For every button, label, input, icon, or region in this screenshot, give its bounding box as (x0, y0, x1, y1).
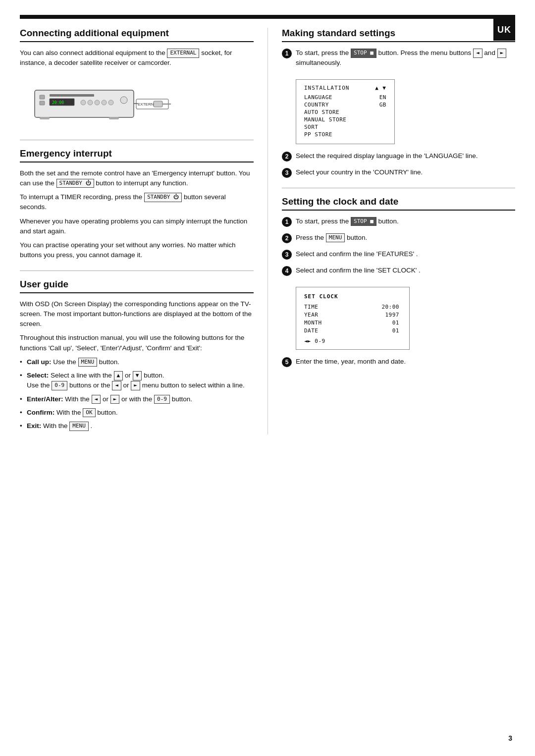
ok-btn: OK (83, 408, 95, 418)
svg-rect-16 (154, 101, 162, 107)
clock-step-num-2: 2 (282, 233, 292, 243)
svg-rect-3 (50, 94, 94, 97)
right-btn-1: ► (497, 49, 507, 58)
page-container: UK Connecting additional equipment You c… (0, 0, 535, 756)
set-clock-osd-box: SET CLOCK TIME20:00 YEAR1997 MONTH01 DAT… (296, 287, 410, 350)
left-column: Connecting additional equipment You can … (20, 28, 268, 434)
menu-btn-exit: MENU (69, 422, 89, 431)
osd-row-manualstore: MANUAL STORE (304, 116, 386, 123)
section-standard-title: Making standard settings (282, 28, 515, 42)
external-button-label: EXTERNAL (167, 49, 199, 58)
page-number: 3 (508, 734, 512, 742)
down-btn: ▼ (133, 371, 142, 380)
right-column: Making standard settings 1 To start, pre… (268, 28, 515, 434)
clock-step3: 3 Select and confirm the line 'FEATURES'… (282, 249, 515, 260)
clock-step4-content: Select and confirm the line 'SET CLOCK' … (296, 266, 515, 275)
clock-step1-content: To start, press the STOP ■ button. (296, 216, 515, 226)
standard-step3: 3 Select your country in the 'COUNTRY' l… (282, 167, 515, 178)
menu-btn-callup: MENU (78, 358, 98, 367)
userguide-para1: With OSD (On Screen Display) the corresp… (20, 299, 254, 329)
svg-rect-13 (109, 117, 119, 119)
right-btn-select: ► (131, 381, 140, 390)
btn-09-select: 0-9 (52, 381, 67, 390)
svg-point-8 (95, 100, 100, 105)
right-btn-enter: ► (110, 395, 120, 404)
divider-1 (20, 140, 254, 140)
clock-step-num-3: 3 (282, 250, 292, 260)
osd-row-autostore: AUTO STORE (304, 109, 386, 115)
section-clock-title: Setting the clock and date (282, 196, 515, 211)
svg-point-11 (120, 97, 127, 104)
standby-btn-1: STANDBY ⏻ (56, 179, 94, 188)
standard-step1-content: To start, press the STOP ■ button. Press… (296, 48, 515, 68)
svg-point-9 (102, 100, 107, 105)
sc-title: SET CLOCK (304, 293, 399, 300)
user-guide-bullets: Call up: Use the MENU button. Select: Se… (20, 357, 254, 432)
clock-step1: 1 To start, press the STOP ■ button. (282, 216, 515, 227)
top-bar (20, 15, 515, 19)
osd-row-language: LANGUAGEEN (304, 94, 386, 101)
step-num-3: 3 (282, 168, 292, 178)
osd-row-sort: SORT (304, 124, 386, 130)
osd-arrows: ▲ ▼ (375, 85, 386, 91)
standby-btn-2: STANDBY ⏻ (144, 193, 182, 202)
bullet-callup: Call up: Use the MENU button. (20, 357, 254, 367)
emergency-para1: Both the set and the remote control have… (20, 168, 254, 189)
clock-step-num-4: 4 (282, 266, 292, 276)
emergency-para3: Whenever you have operating problems you… (20, 216, 254, 237)
stop-btn-2: STOP ■ (351, 217, 376, 226)
menu-btn-clock: MENU (326, 233, 345, 243)
two-col-layout: Connecting additional equipment You can … (20, 28, 515, 434)
sc-row-year: YEAR1997 (304, 312, 399, 318)
bullet-enter: Enter/Alter: With the ◄ or ► or with the… (20, 394, 254, 404)
standard-step2: 2 Select the required display language i… (282, 151, 515, 162)
bullet-confirm: Confirm: With the OK button. (20, 408, 254, 418)
bullet-exit: Exit: With the MENU . (20, 421, 254, 431)
clock-step-num-5: 5 (282, 357, 292, 367)
svg-point-6 (81, 100, 86, 105)
emergency-para4: You can practise operating your set with… (20, 240, 254, 261)
clock-step2: 2 Press the MENU button. (282, 233, 515, 243)
connecting-body: You can also connect additional equipmen… (20, 48, 254, 68)
left-btn-select: ◄ (112, 381, 121, 390)
left-btn-enter: ◄ (92, 395, 101, 404)
svg-rect-12 (40, 117, 50, 119)
standard-step2-content: Select the required display language in … (296, 151, 515, 161)
divider-2 (20, 270, 254, 271)
osd-header: INSTALLATION ▲ ▼ (304, 85, 386, 91)
left-btn-1: ◄ (473, 49, 482, 58)
uk-badge: UK (493, 19, 515, 41)
userguide-para2: Throughout this instruction manual, you … (20, 333, 254, 353)
sc-row-date: DATE01 (304, 327, 399, 334)
osd-row-country: COUNTRYGB (304, 102, 386, 108)
osd-title: INSTALLATION (304, 85, 349, 91)
standard-step3-content: Select your country in the 'COUNTRY' lin… (296, 167, 515, 177)
section-connecting-title: Connecting additional equipment (20, 28, 254, 42)
standard-step1: 1 To start, press the STOP ■ button. Pre… (282, 48, 515, 68)
emergency-para2: To interrupt a TIMER recording, press th… (20, 192, 254, 213)
vcr-illustration: 20:00 EXTERNAL (25, 75, 183, 130)
clock-step-num-1: 1 (282, 217, 292, 227)
svg-point-10 (108, 100, 113, 105)
svg-point-7 (88, 100, 93, 105)
bullet-select: Select: Select a line with the ▲ or ▼ bu… (20, 371, 254, 391)
step-num-2: 2 (282, 152, 292, 162)
up-btn: ▲ (114, 371, 123, 380)
clock-step5-content: Enter the time, year, month and date. (296, 357, 515, 367)
device-diagram: 20:00 EXTERNAL (25, 75, 254, 130)
svg-rect-2 (40, 101, 45, 105)
clock-step4: 4 Select and confirm the line 'SET CLOCK… (282, 266, 515, 276)
sc-hint: ◄► 0-9 (304, 338, 399, 344)
svg-rect-1 (40, 95, 45, 99)
clock-step3-content: Select and confirm the line 'FEATURES' . (296, 249, 515, 259)
svg-text:20:00: 20:00 (52, 101, 64, 105)
osd-row-ppstore: PP STORE (304, 131, 386, 138)
sc-row-time: TIME20:00 (304, 304, 399, 310)
btn-09-enter: 0-9 (154, 395, 170, 404)
clock-step5: 5 Enter the time, year, month and date. (282, 357, 515, 367)
sc-row-month: MONTH01 (304, 320, 399, 326)
clock-step2-content: Press the MENU button. (296, 233, 515, 243)
section-emergency-title: Emergency interrupt (20, 148, 254, 162)
installation-osd-box: INSTALLATION ▲ ▼ LANGUAGEEN COUNTRYGB AU… (296, 79, 395, 144)
step-num-1: 1 (282, 49, 292, 58)
